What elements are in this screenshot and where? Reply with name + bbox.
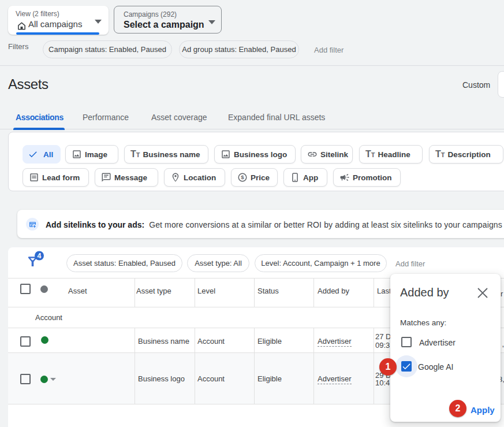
svg-text:$: $ [241, 174, 244, 180]
svg-text:4: 4 [38, 252, 42, 260]
